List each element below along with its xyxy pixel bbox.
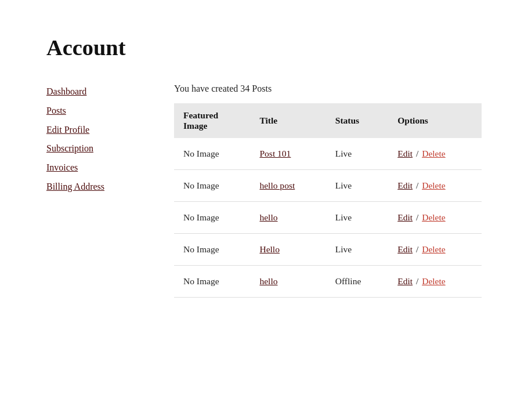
row-2-title-link[interactable]: hello xyxy=(259,212,277,222)
row-2-title: hello xyxy=(250,202,326,234)
table-row: No ImagehelloOfflineEdit / Delete xyxy=(174,266,482,298)
row-0-separator: / xyxy=(414,149,421,158)
row-2-delete-link[interactable]: Delete xyxy=(422,212,446,222)
row-1-delete-link[interactable]: Delete xyxy=(422,180,446,190)
sidebar-item-edit-profile: Edit Profile xyxy=(46,122,151,139)
row-2-status: Live xyxy=(326,202,388,234)
row-3-title-link[interactable]: Hello xyxy=(259,244,279,254)
sidebar-link-invoices[interactable]: Invoices xyxy=(46,160,151,176)
sidebar-link-dashboard[interactable]: Dashboard xyxy=(46,84,151,100)
sidebar-item-invoices: Invoices xyxy=(46,160,151,176)
table-row: No ImagePost 101LiveEdit / Delete xyxy=(174,138,482,170)
main-content: You have created 34 Posts FeaturedImageT… xyxy=(174,84,482,298)
table-header-col-2: Status xyxy=(326,103,388,138)
row-1-separator: / xyxy=(414,180,421,190)
row-0-title: Post 101 xyxy=(250,138,326,170)
row-0-status: Live xyxy=(326,138,388,170)
table-header-col-1: Title xyxy=(250,103,326,138)
row-3-separator: / xyxy=(414,244,421,254)
sidebar-nav: DashboardPostsEdit ProfileSubscriptionIn… xyxy=(46,84,151,195)
row-3-edit-link[interactable]: Edit xyxy=(397,244,413,254)
table-body: No ImagePost 101LiveEdit / DeleteNo Imag… xyxy=(174,138,482,298)
row-4-status: Offline xyxy=(326,266,388,298)
sidebar-item-dashboard: Dashboard xyxy=(46,84,151,100)
row-4-separator: / xyxy=(414,276,421,286)
posts-table: FeaturedImageTitleStatusOptions No Image… xyxy=(174,103,482,298)
row-2-options: Edit / Delete xyxy=(388,202,482,234)
table-row: No ImagehelloLiveEdit / Delete xyxy=(174,202,482,234)
row-2-separator: / xyxy=(414,212,421,222)
row-4-delete-link[interactable]: Delete xyxy=(422,276,446,286)
row-3-image: No Image xyxy=(174,234,250,266)
page-container: Account DashboardPostsEdit ProfileSubscr… xyxy=(0,0,528,321)
row-1-options: Edit / Delete xyxy=(388,170,482,202)
table-header-col-0: FeaturedImage xyxy=(174,103,250,138)
row-3-delete-link[interactable]: Delete xyxy=(422,244,446,254)
table-row: No Imagehello postLiveEdit / Delete xyxy=(174,170,482,202)
sidebar-item-subscription: Subscription xyxy=(46,140,151,157)
sidebar-link-billing-address[interactable]: Billing Address xyxy=(46,179,151,195)
content-layout: DashboardPostsEdit ProfileSubscriptionIn… xyxy=(46,84,482,298)
table-row: No ImageHelloLiveEdit / Delete xyxy=(174,234,482,266)
sidebar-link-edit-profile[interactable]: Edit Profile xyxy=(46,122,151,139)
row-3-title: Hello xyxy=(250,234,326,266)
sidebar-link-posts[interactable]: Posts xyxy=(46,103,151,120)
row-1-title-link[interactable]: hello post xyxy=(259,180,295,190)
posts-summary: You have created 34 Posts xyxy=(174,84,482,94)
row-2-image: No Image xyxy=(174,202,250,234)
row-4-title: hello xyxy=(250,266,326,298)
row-0-options: Edit / Delete xyxy=(388,138,482,170)
table-header: FeaturedImageTitleStatusOptions xyxy=(174,103,482,138)
row-4-options: Edit / Delete xyxy=(388,266,482,298)
row-1-status: Live xyxy=(326,170,388,202)
row-0-delete-link[interactable]: Delete xyxy=(422,149,446,158)
row-4-edit-link[interactable]: Edit xyxy=(397,276,413,286)
sidebar-item-posts: Posts xyxy=(46,103,151,120)
sidebar-link-subscription[interactable]: Subscription xyxy=(46,140,151,157)
row-2-edit-link[interactable]: Edit xyxy=(397,212,413,222)
row-4-image: No Image xyxy=(174,266,250,298)
sidebar-item-billing-address: Billing Address xyxy=(46,179,151,195)
row-0-edit-link[interactable]: Edit xyxy=(397,149,413,158)
page-title: Account xyxy=(46,35,482,60)
row-1-edit-link[interactable]: Edit xyxy=(397,180,413,190)
sidebar: DashboardPostsEdit ProfileSubscriptionIn… xyxy=(46,84,151,195)
row-0-image: No Image xyxy=(174,138,250,170)
row-4-title-link[interactable]: hello xyxy=(259,276,277,286)
row-3-options: Edit / Delete xyxy=(388,234,482,266)
row-0-title-link[interactable]: Post 101 xyxy=(259,149,291,158)
row-1-image: No Image xyxy=(174,170,250,202)
table-header-col-3: Options xyxy=(388,103,482,138)
row-3-status: Live xyxy=(326,234,388,266)
row-1-title: hello post xyxy=(250,170,326,202)
